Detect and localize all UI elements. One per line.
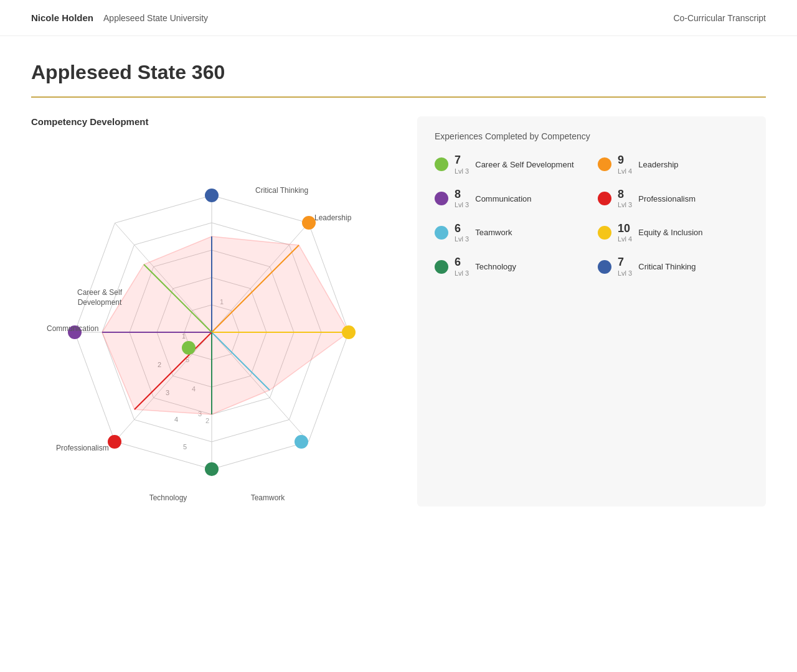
section-layout: Competency Development .radar-label { fo… xyxy=(31,116,766,506)
radar-chart-container: .radar-label { font-size: 12px; fill: #5… xyxy=(44,133,380,506)
exp-level-equity: Lvl 4 xyxy=(618,235,632,243)
dot-leadership xyxy=(302,216,316,230)
label-communication: Communication xyxy=(47,324,98,333)
exp-item-critical: 7 Lvl 3 Critical Thinking xyxy=(598,256,748,278)
competency-section-title: Competency Development xyxy=(31,116,392,127)
exp-item-technology: 6 Lvl 3 Technology xyxy=(435,256,585,278)
dot-teamwork xyxy=(295,435,308,449)
dot-equity xyxy=(342,325,356,339)
exp-numbers-leadership: 9 Lvl 4 xyxy=(618,154,632,175)
exp-dot-teamwork xyxy=(435,226,448,240)
left-panel: Competency Development .radar-label { fo… xyxy=(31,116,392,506)
exp-count-technology: 6 xyxy=(455,256,469,269)
exp-dot-communication xyxy=(435,192,448,205)
exp-count-leadership: 9 xyxy=(618,154,632,167)
exp-numbers-technology: 6 Lvl 3 xyxy=(455,256,469,278)
exp-count-teamwork: 6 xyxy=(455,222,469,236)
exp-item-communication: 8 Lvl 3 Communication xyxy=(435,188,585,210)
section-divider xyxy=(31,96,766,98)
university-name: Appleseed State University xyxy=(103,13,208,23)
exp-item-professionalism: 8 Lvl 3 Professionalism xyxy=(598,188,748,210)
main-content: Appleseed State 360 Competency Developme… xyxy=(0,36,797,531)
user-name: Nicole Holden xyxy=(31,12,93,23)
exp-dot-professionalism xyxy=(598,192,611,205)
exp-label-career: Career & Self Development xyxy=(475,160,573,169)
dot-critical xyxy=(205,189,219,202)
exp-numbers-communication: 8 Lvl 3 xyxy=(455,188,469,210)
dot-career xyxy=(182,341,196,355)
exp-count-equity: 10 xyxy=(618,222,632,236)
exp-numbers-career: 7 Lvl 3 xyxy=(455,154,469,175)
exp-numbers-professionalism: 8 Lvl 3 xyxy=(618,188,632,210)
exp-level-career: Lvl 3 xyxy=(455,167,469,175)
exp-numbers-equity: 10 Lvl 4 xyxy=(618,222,632,244)
exp-level-leadership: Lvl 4 xyxy=(618,167,632,175)
exp-count-critical: 7 xyxy=(618,256,632,269)
transcript-label: Co-Curricular Transcript xyxy=(673,13,766,23)
exp-level-communication: Lvl 3 xyxy=(455,201,469,209)
scale-4: 4 xyxy=(174,416,178,423)
page-header: Nicole Holden Appleseed State University… xyxy=(0,0,797,36)
exp-dot-career xyxy=(435,157,448,171)
exp-item-leadership: 9 Lvl 4 Leadership xyxy=(598,154,748,175)
label-career-line1: Career & Self xyxy=(77,288,123,297)
exp-level-technology: Lvl 3 xyxy=(455,269,469,278)
exp-level-critical: Lvl 3 xyxy=(618,269,632,278)
exp-label-leadership: Leadership xyxy=(638,160,678,169)
exp-dot-technology xyxy=(435,260,448,274)
exp-label-technology: Technology xyxy=(475,262,516,271)
exp-label-critical: Critical Thinking xyxy=(638,262,696,271)
exp-item-teamwork: 6 Lvl 3 Teamwork xyxy=(435,222,585,244)
radar-chart-svg: .radar-label { font-size: 12px; fill: #5… xyxy=(44,133,380,506)
dot-professionalism xyxy=(108,435,121,449)
label-critical: Critical Thinking xyxy=(255,186,308,195)
exp-level-professionalism: Lvl 3 xyxy=(618,201,632,209)
exp-label-teamwork: Teamwork xyxy=(475,228,512,237)
label-career-line2: Development xyxy=(78,298,122,307)
exp-count-career: 7 xyxy=(455,154,469,167)
exp-item-equity: 10 Lvl 4 Equity & Inclusion xyxy=(598,222,748,244)
ring-label-2: 2 xyxy=(205,417,209,424)
label-professionalism: Professionalism xyxy=(56,444,109,452)
exp-label-professionalism: Professionalism xyxy=(638,194,696,203)
experiences-grid: 7 Lvl 3 Career & Self Development 9 Lvl … xyxy=(435,154,748,278)
exp-numbers-critical: 7 Lvl 3 xyxy=(618,256,632,278)
exp-count-professionalism: 8 xyxy=(618,188,632,202)
label-technology: Technology xyxy=(149,493,187,502)
exp-count-communication: 8 xyxy=(455,188,469,202)
dot-technology xyxy=(205,462,219,476)
radar-data-polygon xyxy=(102,236,349,414)
scale-5: 5 xyxy=(183,443,187,450)
exp-label-communication: Communication xyxy=(475,194,531,203)
exp-level-teamwork: Lvl 3 xyxy=(455,235,469,243)
exp-item-career: 7 Lvl 3 Career & Self Development xyxy=(435,154,585,175)
label-leadership: Leadership xyxy=(314,213,352,222)
exp-dot-equity xyxy=(598,226,611,240)
exp-dot-critical xyxy=(598,260,611,274)
exp-numbers-teamwork: 6 Lvl 3 xyxy=(455,222,469,244)
exp-dot-leadership xyxy=(598,157,611,171)
exp-label-equity: Equity & Inclusion xyxy=(638,228,702,237)
experiences-section-title: Experiences Completed by Competency xyxy=(435,131,748,141)
right-panel: Experiences Completed by Competency 7 Lv… xyxy=(417,116,766,506)
page-title: Appleseed State 360 xyxy=(31,61,766,84)
label-teamwork: Teamwork xyxy=(251,493,286,502)
